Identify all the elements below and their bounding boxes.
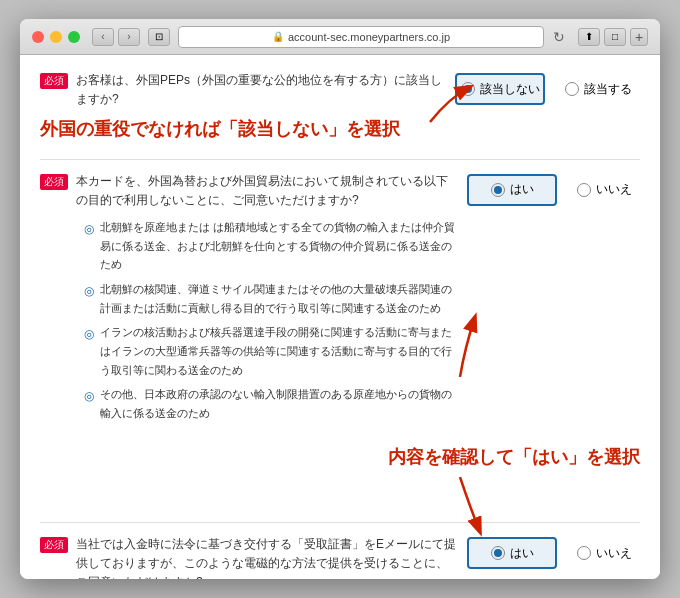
bullet-text-4: その他、日本政府の承認のない輸入制限措置のある原産地からの貨物の輸入に係る送金の… [100,385,457,422]
address-text: account-sec.moneypartners.co.jp [288,31,450,43]
bullet-4: ◎ その他、日本政府の承認のない輸入制限措置のある原産地からの貨物の輸入に係る送… [84,385,457,422]
close-button[interactable] [32,31,44,43]
option-2-1[interactable]: はい [467,174,557,206]
window-view-button[interactable]: ⊡ [148,28,170,46]
add-tab-button[interactable]: + [630,28,648,46]
bullet-2: ◎ 北朝鮮の核関連、弾道ミサイル関連またはその他の大量破壊兵器関連の計画または活… [84,280,457,317]
options-row-2: はい いいえ [467,174,640,206]
section3-row: 必須 当社では入金時に法令に基づき交付する「受取証書」をEメールにて提供しており… [40,535,640,579]
radio-dot-3-1 [491,546,505,560]
browser-window: ‹ › ⊡ 🔒 account-sec.moneypartners.co.jp … [20,19,660,579]
option-label-2-1: はい [510,181,534,198]
question-text-3: 当社では入金時に法令に基づき交付する「受取証書」をEメールにて提供しておりますが… [76,535,457,579]
section1-wrapper: 必須 お客様は、外国PEPs（外国の重要な公的地位を有する方）に該当しますか? … [40,71,640,109]
radio-dot-3-2 [577,546,591,560]
nav-buttons: ‹ › [92,28,140,46]
annotation1-block: 外国の重役でなければ「該当しない」を選択 [40,117,640,142]
address-bar[interactable]: 🔒 account-sec.moneypartners.co.jp [178,26,544,48]
question-text-2: 本カードを、外国為替および外国貿易法において規制されている以下の目的で利用しない… [76,172,457,210]
minimize-button[interactable] [50,31,62,43]
divider-1 [40,159,640,160]
option-label-2-2: いいえ [596,181,632,198]
radio-dot-1-2 [565,82,579,96]
annotation2-block: 内容を確認して「はい」を選択 [40,437,640,482]
option-3-2[interactable]: いいえ [569,541,640,566]
bullet-3: ◎ イランの核活動および核兵器選達手段の開発に関連する活動に寄与またはイランの大… [84,323,457,379]
option-2-2[interactable]: いいえ [569,177,640,202]
options-row-3: はい いいえ [467,537,640,569]
bullet-1: ◎ 北朝鮮を原産地または は船積地域とする全ての貨物の輸入または仲介貿易に係る送… [84,218,457,274]
titlebar: ‹ › ⊡ 🔒 account-sec.moneypartners.co.jp … [20,19,660,55]
section2-wrapper: 必須 本カードを、外国為替および外国貿易法において規制されている以下の目的で利用… [40,172,640,429]
bullet-text-2: 北朝鮮の核関連、弾道ミサイル関連またはその他の大量破壊兵器関連の計画または活動に… [100,280,457,317]
required-badge-3: 必須 [40,537,68,553]
page-content: 必須 お客様は、外国PEPs（外国の重要な公的地位を有する方）に該当しますか? … [20,55,660,579]
option-label-3-1: はい [510,545,534,562]
annotation-text-2: 内容を確認して「はい」を選択 [388,445,640,470]
radio-dot-2-1 [491,183,505,197]
required-badge-1: 必須 [40,73,68,89]
share-button[interactable]: ⬆ [578,28,600,46]
radio-group-3: はい いいえ [467,537,640,569]
arrow-2-up [420,307,500,377]
traffic-lights [32,31,80,43]
required-badge-2: 必須 [40,174,68,190]
option-label-1-2: 該当する [584,81,632,98]
bullet-text-3: イランの核活動および核兵器選達手段の開発に関連する活動に寄与またはイランの大型通… [100,323,457,379]
bookmark-button[interactable]: □ [604,28,626,46]
arrow-2-down [420,477,500,537]
bullet-text-1: 北朝鮮を原産地または は船積地域とする全ての貨物の輸入または仲介貿易に係る送金、… [100,218,457,274]
annotation-text-1: 外国の重役でなければ「該当しない」を選択 [40,117,640,142]
bullet-list: ◎ 北朝鮮を原産地または は船積地域とする全ての貨物の輸入または仲介貿易に係る送… [76,218,457,423]
toolbar-right: ⬆ □ [578,28,626,46]
option-3-1[interactable]: はい [467,537,557,569]
arrow-1 [370,77,490,127]
maximize-button[interactable] [68,31,80,43]
lock-icon: 🔒 [272,31,284,42]
back-button[interactable]: ‹ [92,28,114,46]
option-1-2[interactable]: 該当する [557,77,640,102]
divider-2 [40,522,640,523]
option-label-3-2: いいえ [596,545,632,562]
radio-dot-2-2 [577,183,591,197]
radio-group-2: はい いいえ [467,174,640,206]
forward-button[interactable]: › [118,28,140,46]
section2-row: 必須 本カードを、外国為替および外国貿易法において規制されている以下の目的で利用… [40,172,640,429]
section1-row: 必須 お客様は、外国PEPs（外国の重要な公的地位を有する方）に該当しますか? … [40,71,640,109]
section3-wrapper: 必須 当社では入金時に法令に基づき交付する「受取証書」をEメールにて提供しており… [40,535,640,579]
reload-button[interactable]: ↻ [548,26,570,48]
